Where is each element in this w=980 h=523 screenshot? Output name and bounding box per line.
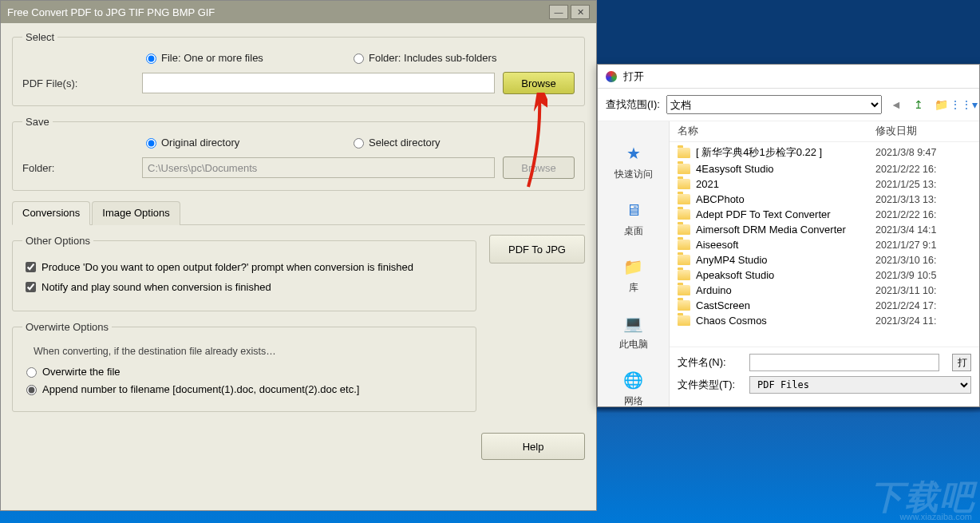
- file-row[interactable]: Arduino2021/3/11 10:: [670, 283, 979, 298]
- app-icon: [606, 71, 617, 82]
- file-row[interactable]: [ 新华字典4秒1步检字0.22 ]2021/3/8 9:47: [670, 144, 979, 161]
- other-options-group: Other Options Produce 'Do you want to op…: [12, 235, 476, 311]
- file-name: CastScreen: [696, 299, 875, 311]
- file-date: 2021/3/9 10:5: [875, 270, 971, 281]
- filetype-select[interactable]: PDF Files: [749, 376, 971, 394]
- place-icon: 🖥: [622, 199, 645, 221]
- file-row[interactable]: Aiseesoft2021/1/27 9:1: [670, 237, 979, 252]
- places-item[interactable]: 🌐网络: [622, 369, 645, 407]
- dialog-title: 打开: [623, 69, 644, 84]
- folder-label: Folder:: [22, 162, 142, 174]
- place-label: 此电脑: [619, 338, 648, 351]
- folder-icon: [678, 148, 690, 158]
- tabs: Conversions Image Options: [12, 200, 585, 225]
- file-name: Arduino: [696, 284, 875, 296]
- places-item[interactable]: ★快速访问: [614, 142, 653, 181]
- convert-button[interactable]: PDF To JPG: [489, 235, 585, 263]
- folder-icon: [678, 315, 690, 326]
- folder-icon: [678, 300, 690, 311]
- look-in-label: 查找范围(I):: [606, 97, 660, 112]
- places-item[interactable]: 📁库: [622, 256, 645, 295]
- radio-select-dir[interactable]: Select directory: [350, 136, 441, 149]
- help-button[interactable]: Help: [481, 433, 585, 460]
- tab-image-options[interactable]: Image Options: [92, 201, 180, 225]
- tab-conversions[interactable]: Conversions: [12, 201, 90, 225]
- chk-open-folder-prompt[interactable]: Produce 'Do you want to open output fold…: [22, 260, 466, 275]
- file-row[interactable]: Apeaksoft Studio2021/3/9 10:5: [670, 267, 979, 283]
- radio-file[interactable]: File: One or more files: [142, 51, 350, 64]
- overwrite-note: When converting, if the destination file…: [34, 346, 466, 357]
- file-row[interactable]: 4Easysoft Studio2021/2/22 16:: [670, 161, 979, 176]
- folder-icon: [678, 179, 690, 189]
- place-icon: 🌐: [622, 369, 645, 391]
- filename-input[interactable]: [749, 354, 939, 371]
- select-legend: Select: [22, 31, 57, 43]
- place-label: 桌面: [624, 224, 643, 238]
- places-item[interactable]: 🖥桌面: [622, 199, 645, 238]
- place-label: 库: [629, 281, 638, 295]
- file-row[interactable]: ABCPhoto2021/3/13 13:: [670, 192, 979, 207]
- file-date: 2021/1/27 9:1: [875, 240, 971, 251]
- file-row[interactable]: Adept PDF To Text Converter2021/2/22 16:: [670, 207, 979, 222]
- file-date: 2021/3/24 11:: [875, 315, 971, 327]
- save-legend: Save: [22, 116, 53, 128]
- places-item[interactable]: 💻此电脑: [619, 312, 648, 351]
- watermark-url: www.xiazaiba.com: [900, 512, 972, 521]
- pdf-files-input[interactable]: [142, 73, 495, 93]
- file-date: 2021/1/25 13:: [875, 179, 971, 190]
- browse-folder-button: Browse: [503, 157, 575, 179]
- back-icon[interactable]: ◄: [888, 97, 904, 113]
- file-date: 2021/3/10 16:: [875, 255, 971, 266]
- file-name: Aimersoft DRM Media Converter: [696, 224, 875, 236]
- file-row[interactable]: AnyMP4 Studio2021/3/10 16:: [670, 252, 979, 267]
- folder-icon: [678, 164, 690, 174]
- overwrite-group: Overwirte Options When converting, if th…: [12, 321, 476, 412]
- file-row[interactable]: Chaos Cosmos2021/3/24 11:: [670, 313, 979, 328]
- folder-icon: [678, 255, 690, 265]
- up-icon[interactable]: ↥: [911, 97, 927, 113]
- file-date: 2021/3/8 9:47: [875, 147, 971, 158]
- file-row[interactable]: Aimersoft DRM Media Converter2021/3/4 14…: [670, 222, 979, 237]
- open-dialog: 打开 查找范围(I): 文档 ◄ ↥ 📁 ⋮⋮▾ ★快速访问🖥桌面📁库💻此电脑🌐…: [597, 64, 980, 407]
- places-sidebar: ★快速访问🖥桌面📁库💻此电脑🌐网络: [598, 121, 670, 406]
- col-name[interactable]: 名称: [678, 125, 875, 138]
- file-row[interactable]: CastScreen2021/2/24 17:: [670, 298, 979, 313]
- folder-icon: [678, 194, 690, 204]
- radio-folder[interactable]: Folder: Includes sub-folders: [350, 51, 496, 64]
- radio-original-dir[interactable]: Original directory: [142, 136, 350, 149]
- file-date: 2021/3/13 13:: [875, 194, 971, 205]
- filename-label: 文件名(N):: [678, 355, 741, 370]
- select-group: Select File: One or more files Folder: I…: [12, 31, 585, 106]
- file-list[interactable]: [ 新华字典4秒1步检字0.22 ]2021/3/8 9:474Easysoft…: [670, 142, 979, 347]
- file-name: 2021: [696, 178, 875, 190]
- place-label: 快速访问: [614, 168, 653, 181]
- folder-icon: [678, 240, 690, 250]
- list-header: 名称 修改日期: [670, 121, 979, 142]
- minimize-button[interactable]: —: [549, 5, 568, 19]
- view-menu-icon[interactable]: ⋮⋮▾: [955, 97, 971, 113]
- close-button[interactable]: ✕: [571, 5, 590, 19]
- col-date[interactable]: 修改日期: [875, 125, 971, 138]
- file-name: 4Easysoft Studio: [696, 163, 875, 175]
- open-button[interactable]: 打: [952, 354, 971, 371]
- other-options-legend: Other Options: [22, 235, 93, 247]
- folder-icon: [678, 224, 690, 235]
- file-row[interactable]: 20212021/1/25 13:: [670, 176, 979, 192]
- chk-notify-sound[interactable]: Notify and play sound when conversion is…: [22, 279, 466, 295]
- file-date: 2021/2/22 16:: [875, 209, 971, 220]
- new-folder-icon[interactable]: 📁: [933, 97, 949, 113]
- browse-files-button[interactable]: Browse: [503, 72, 575, 94]
- file-date: 2021/2/24 17:: [875, 300, 971, 311]
- filetype-label: 文件类型(T):: [678, 378, 741, 392]
- file-date: 2021/2/22 16:: [875, 164, 971, 175]
- overwrite-legend: Overwirte Options: [22, 321, 112, 333]
- radio-append-number[interactable]: Append number to filename [document(1).d…: [22, 382, 466, 395]
- titlebar: Free Convert PDF to JPG TIF PNG BMP GIF …: [1, 1, 596, 23]
- folder-icon: [678, 209, 690, 220]
- file-name: AnyMP4 Studio: [696, 254, 875, 266]
- radio-overwrite[interactable]: Overwirte the file: [22, 365, 466, 378]
- folder-input: [142, 157, 495, 178]
- look-in-select[interactable]: 文档: [666, 95, 882, 114]
- file-name: Adept PDF To Text Converter: [696, 208, 875, 220]
- converter-window: Free Convert PDF to JPG TIF PNG BMP GIF …: [0, 0, 597, 511]
